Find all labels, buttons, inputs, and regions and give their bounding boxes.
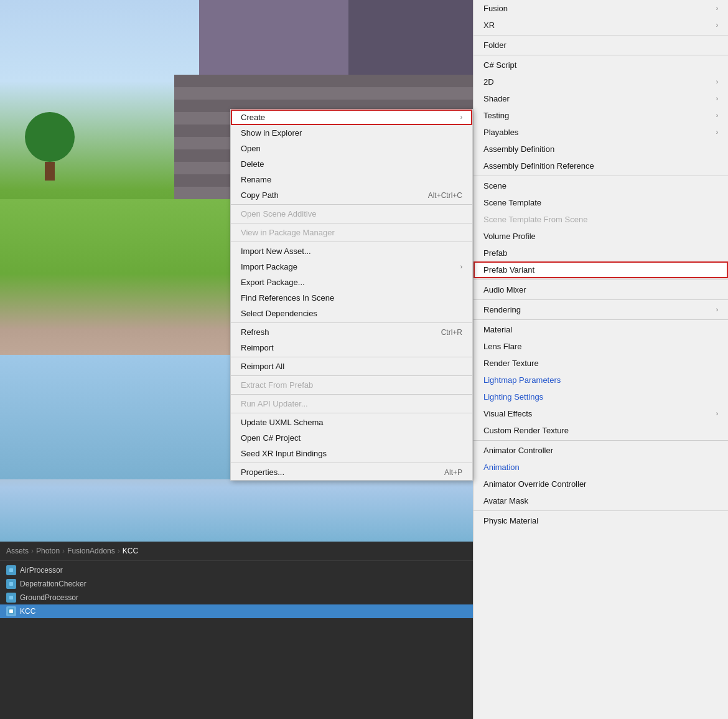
arrow-icon-xr: › — [716, 22, 718, 29]
svg-rect-1 — [9, 568, 13, 572]
right-menu-item-assembly-def[interactable]: Assembly Definition — [474, 141, 728, 157]
menu-label-find-references: Find References In Scene — [241, 293, 334, 303]
menu-label-reimport: Reimport — [241, 343, 274, 352]
menu-label-update-uxml: Update UXML Schema — [241, 418, 323, 427]
menu-item-extract-prefab[interactable]: Extract From Prefab — [231, 377, 472, 393]
right-menu-item-lens-flare[interactable]: Lens Flare — [474, 338, 728, 355]
menu-item-copy-path[interactable]: Copy Path Alt+Ctrl+C — [231, 187, 472, 203]
context-menu-left: Create › Show in Explorer Open Delete Re… — [230, 109, 473, 481]
right-menu-item-volume-profile[interactable]: Volume Profile — [474, 228, 728, 245]
arrow-icon-rendering: › — [716, 306, 718, 313]
menu-label-select-dependencies: Select Dependencies — [241, 309, 317, 318]
separator-5 — [231, 357, 472, 357]
right-menu-item-visual-effects[interactable]: Visual Effects › — [474, 405, 728, 422]
list-item-kcc[interactable]: KCC — [0, 604, 473, 618]
right-menu-item-custom-render-texture[interactable]: Custom Render Texture — [474, 422, 728, 439]
separator-9 — [231, 463, 472, 463]
right-menu-item-animator-controller[interactable]: Animator Controller — [474, 442, 728, 459]
right-menu-label-prefab: Prefab — [483, 248, 507, 258]
right-menu-item-audio-mixer[interactable]: Audio Mixer — [474, 281, 728, 298]
menu-item-run-api[interactable]: Run API Updater... — [231, 396, 472, 411]
right-menu-label-shader: Shader — [483, 94, 510, 103]
right-menu-label-xr: XR — [483, 21, 495, 30]
menu-item-create[interactable]: Create › — [231, 110, 472, 125]
right-menu-item-prefab[interactable]: Prefab — [474, 245, 728, 261]
menu-item-seed-xr[interactable]: Seed XR Input Bindings — [231, 446, 472, 461]
right-separator-6 — [474, 319, 728, 320]
menu-item-show-explorer[interactable]: Show in Explorer — [231, 125, 472, 141]
menu-item-reimport-all[interactable]: Reimport All — [231, 359, 472, 374]
right-menu-label-scene-template-from-scene: Scene Template From Scene — [483, 215, 587, 224]
menu-item-view-package[interactable]: View in Package Manager — [231, 225, 472, 240]
right-separator-2 — [474, 55, 728, 55]
arrow-icon-visual-effects: › — [716, 410, 718, 417]
menu-item-open-scene-additive[interactable]: Open Scene Additive — [231, 206, 472, 222]
right-menu-item-lightmap-params[interactable]: Lightmap Parameters — [474, 372, 728, 388]
right-menu-item-csharp[interactable]: C# Script — [474, 57, 728, 73]
right-menu-item-scene-template[interactable]: Scene Template — [474, 194, 728, 211]
right-menu-item-physic-material[interactable]: Physic Material — [474, 512, 728, 529]
menu-item-import-new-asset[interactable]: Import New Asset... — [231, 243, 472, 259]
menu-label-create: Create — [241, 113, 265, 122]
right-menu-item-prefab-variant[interactable]: Prefab Variant — [474, 261, 728, 278]
menu-item-delete[interactable]: Delete — [231, 156, 472, 172]
right-menu-label-animator-controller: Animator Controller — [483, 446, 553, 455]
right-menu-item-rendering[interactable]: Rendering › — [474, 301, 728, 318]
menu-item-rename[interactable]: Rename — [231, 172, 472, 187]
bottom-bar: Assets › Photon › FusionAddons › KCC Air… — [0, 542, 473, 719]
right-menu-item-fusion[interactable]: Fusion › — [474, 0, 728, 17]
right-menu-item-animator-override[interactable]: Animator Override Controller — [474, 476, 728, 492]
asset-list: AirProcessor DepetrationChecker GroundPr… — [0, 561, 473, 621]
right-menu-item-folder[interactable]: Folder — [474, 37, 728, 54]
svg-rect-3 — [9, 582, 13, 586]
right-menu-item-playables[interactable]: Playables › — [474, 124, 728, 141]
menu-item-reimport[interactable]: Reimport — [231, 340, 472, 355]
menu-item-refresh[interactable]: Refresh Ctrl+R — [231, 324, 472, 340]
list-item-airprocessor[interactable]: AirProcessor — [0, 563, 473, 577]
right-menu-item-assembly-def-ref[interactable]: Assembly Definition Reference — [474, 157, 728, 174]
menu-label-show-explorer: Show in Explorer — [241, 128, 302, 138]
menu-item-export-package[interactable]: Export Package... — [231, 275, 472, 290]
right-menu-label-avatar-mask: Avatar Mask — [483, 496, 528, 505]
menu-label-delete: Delete — [241, 159, 264, 169]
arrow-icon-create: › — [460, 114, 462, 121]
right-menu-item-shader[interactable]: Shader › — [474, 90, 728, 107]
separator-7 — [231, 394, 472, 395]
right-menu-item-scene[interactable]: Scene — [474, 177, 728, 194]
menu-label-open-csharp: Open C# Project — [241, 433, 301, 443]
menu-label-properties: Properties... — [241, 468, 284, 477]
menu-item-update-uxml[interactable]: Update UXML Schema — [231, 415, 472, 430]
menu-item-open-csharp[interactable]: Open C# Project — [231, 430, 472, 446]
right-menu-item-render-texture[interactable]: Render Texture — [474, 355, 728, 372]
right-menu-item-testing[interactable]: Testing › — [474, 107, 728, 124]
menu-item-open[interactable]: Open — [231, 141, 472, 156]
right-menu-label-2d: 2D — [483, 77, 494, 87]
right-menu-item-lighting-settings[interactable]: Lighting Settings — [474, 388, 728, 405]
list-item-groundprocessor[interactable]: GroundProcessor — [0, 591, 473, 604]
right-separator-3 — [474, 176, 728, 176]
right-menu-item-2d[interactable]: 2D › — [474, 73, 728, 90]
svg-rect-5 — [9, 596, 13, 599]
asset-icon-airprocessor — [6, 565, 16, 575]
right-menu-item-xr[interactable]: XR › — [474, 17, 728, 34]
right-menu-item-avatar-mask[interactable]: Avatar Mask — [474, 492, 728, 509]
asset-name-kcc: KCC — [20, 607, 35, 616]
breadcrumb: Assets › Photon › FusionAddons › KCC — [0, 542, 473, 561]
right-menu-item-animation[interactable]: Animation — [474, 459, 728, 476]
menu-item-import-package[interactable]: Import Package › — [231, 259, 472, 275]
right-menu-item-scene-template-from-scene[interactable]: Scene Template From Scene — [474, 211, 728, 228]
separator-4 — [231, 322, 472, 323]
breadcrumb-sep-2: › — [62, 547, 65, 555]
right-menu-item-material[interactable]: Material — [474, 321, 728, 338]
separator-8 — [231, 413, 472, 413]
right-menu-label-animator-override: Animator Override Controller — [483, 479, 586, 489]
right-menu-label-physic-material: Physic Material — [483, 516, 538, 525]
menu-item-properties[interactable]: Properties... Alt+P — [231, 464, 472, 480]
right-separator-7 — [474, 440, 728, 441]
asset-name-airprocessor: AirProcessor — [20, 566, 63, 575]
breadcrumb-kcc: KCC — [123, 547, 138, 555]
right-separator-8 — [474, 510, 728, 511]
menu-item-find-references[interactable]: Find References In Scene — [231, 290, 472, 306]
menu-item-select-dependencies[interactable]: Select Dependencies — [231, 306, 472, 321]
list-item-depetration[interactable]: DepetrationChecker — [0, 577, 473, 591]
